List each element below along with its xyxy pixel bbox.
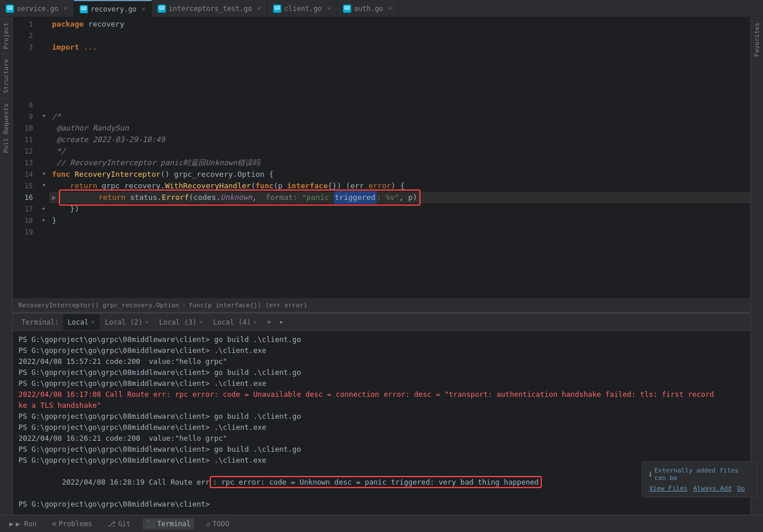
git-button[interactable]: ⎇ Git bbox=[104, 518, 134, 530]
code-line-18: } bbox=[49, 215, 750, 226]
code-line-11: @create 2022-03-29-10:49 bbox=[49, 134, 750, 146]
line-num-5 bbox=[13, 65, 33, 76]
notification-title: ℹ Externally added files can be bbox=[649, 467, 750, 482]
breadcrumb: RecoveryInterceptor() grpc_recovery.Opti… bbox=[13, 298, 750, 312]
terminal-label: Terminal: bbox=[18, 314, 62, 331]
line-num-15: 15 bbox=[13, 180, 33, 192]
side-tab-pull-requests[interactable]: Pull Requests bbox=[1, 98, 12, 158]
terminal-tab-local2[interactable]: Local (2) × bbox=[101, 314, 154, 330]
gutter-8 bbox=[39, 98, 49, 110]
gutter-17[interactable]: ▸ bbox=[39, 202, 49, 214]
code-line-16: ▶ return status.Errorf(codes.Unknown, fo… bbox=[49, 192, 750, 203]
line-numbers: 1 2 3 8 9 10 11 12 13 14 15 16 17 18 19 bbox=[13, 17, 39, 298]
code-line-7 bbox=[49, 88, 750, 99]
terminal-tab-local4[interactable]: Local (4) × bbox=[209, 314, 262, 330]
gutter-18[interactable]: ▸ bbox=[39, 214, 49, 225]
run-label: ▶ Run bbox=[16, 520, 36, 528]
terminal-line-11: PS G:\goproject\go\grpc\08middleware\cli… bbox=[18, 444, 745, 455]
tab-recovery-label: recovery.go bbox=[91, 5, 136, 13]
go-file-icon-client: GO bbox=[273, 5, 281, 13]
line-num-1: 1 bbox=[13, 18, 33, 30]
gutter-15[interactable]: ▾ bbox=[39, 179, 49, 191]
gutter-9[interactable]: ▾ bbox=[39, 110, 49, 121]
gutter-3 bbox=[39, 40, 49, 52]
gutter-10 bbox=[39, 121, 49, 133]
line-num-19: 19 bbox=[13, 226, 33, 238]
todo-button[interactable]: ☑ TODO bbox=[203, 518, 233, 530]
terminal-line-13: 2022/04/08 16:28:19 Call Route err: rpc … bbox=[18, 466, 745, 498]
terminal-label: Terminal bbox=[157, 520, 191, 528]
code-line-8 bbox=[49, 99, 750, 111]
terminal-dropdown[interactable]: ▾ bbox=[277, 316, 286, 329]
terminal-tabs: Terminal: Local × Local (2) × Local (3) … bbox=[13, 314, 750, 331]
line-num-2: 2 bbox=[13, 30, 33, 42]
tab-recovery[interactable]: GO recovery.go × bbox=[74, 0, 152, 17]
gutter-19 bbox=[39, 225, 49, 237]
tab-interceptors-close[interactable]: × bbox=[257, 5, 261, 12]
notification-text: Externally added files can be bbox=[654, 467, 750, 482]
problems-button[interactable]: ⊘ Problems bbox=[49, 518, 95, 530]
go-file-icon-interceptors: GO bbox=[158, 5, 166, 13]
code-line-5 bbox=[49, 65, 750, 76]
do-link[interactable]: Do bbox=[737, 485, 745, 492]
terminal-tab-local3[interactable]: Local (3) × bbox=[154, 314, 207, 330]
terminal-line-3: 2022/04/08 15:57:21 code:200 value:"hell… bbox=[18, 356, 745, 367]
terminal-tab-local3-close[interactable]: × bbox=[199, 318, 203, 326]
side-tab-structure[interactable]: Structure bbox=[1, 54, 12, 98]
code-content[interactable]: package recovery import ... /* bbox=[49, 17, 750, 298]
code-line-6 bbox=[49, 76, 750, 88]
gutter-7 bbox=[39, 87, 49, 98]
terminal-tab-local3-label: Local (3) bbox=[159, 318, 196, 326]
terminal-add-button[interactable]: + bbox=[263, 316, 276, 329]
gutter-14[interactable]: ▾ bbox=[39, 168, 49, 179]
terminal-tab-local2-close[interactable]: × bbox=[145, 318, 149, 326]
tab-auth[interactable]: GO auth.go × bbox=[337, 0, 399, 17]
problems-label: Problems bbox=[59, 520, 92, 528]
bottom-panel: Terminal: Local × Local (2) × Local (3) … bbox=[13, 312, 750, 515]
gutter-1 bbox=[39, 17, 49, 29]
always-add-link[interactable]: Always Add bbox=[693, 485, 731, 492]
side-tab-favorites[interactable]: Favorites bbox=[751, 17, 762, 62]
info-icon: ℹ bbox=[649, 471, 652, 478]
gutter-4 bbox=[39, 52, 49, 64]
todo-icon: ☑ bbox=[206, 520, 210, 528]
run-button[interactable]: ▶ ▶ Run bbox=[6, 518, 40, 530]
problems-icon: ⊘ bbox=[52, 520, 56, 528]
tab-recovery-close[interactable]: × bbox=[142, 5, 146, 13]
notification: ℹ Externally added files can be View Fil… bbox=[642, 462, 757, 497]
tab-client-label: client.go bbox=[284, 5, 322, 13]
gutter-13 bbox=[39, 156, 49, 168]
line-num-13: 13 bbox=[13, 157, 33, 169]
code-line-2 bbox=[49, 30, 750, 42]
tab-service[interactable]: GO service.go × bbox=[0, 0, 74, 17]
line-num-17: 17 bbox=[13, 203, 33, 215]
line-num-7 bbox=[13, 88, 33, 99]
terminal-button[interactable]: ⬛ Terminal bbox=[143, 518, 194, 530]
red-box-highlight: return status.Errorf(codes.Unknown, form… bbox=[59, 189, 421, 206]
gutter-5 bbox=[39, 64, 49, 75]
notification-links: View Files Always Add Do bbox=[649, 485, 750, 492]
code-line-19 bbox=[49, 226, 750, 238]
terminal-tab-local1[interactable]: Local × bbox=[63, 314, 99, 330]
go-file-icon-auth: GO bbox=[343, 5, 351, 13]
terminal-tab-local4-close[interactable]: × bbox=[253, 318, 257, 326]
tab-client[interactable]: GO client.go × bbox=[267, 0, 337, 17]
gutter-12 bbox=[39, 144, 49, 156]
terminal-line-8: PS G:\goproject\go\grpc\08middleware\cli… bbox=[18, 411, 745, 422]
side-tab-project[interactable]: Project bbox=[1, 17, 12, 54]
terminal-content[interactable]: PS G:\goproject\go\grpc\08middleware\cli… bbox=[13, 331, 750, 515]
code-line-4 bbox=[49, 53, 750, 65]
terminal-line-1: PS G:\goproject\go\grpc\08middleware\cli… bbox=[18, 334, 745, 345]
right-side-tabs: Favorites bbox=[750, 17, 763, 515]
terminal-line-5: PS G:\goproject\go\grpc\08middleware\cli… bbox=[18, 378, 745, 389]
tab-client-close[interactable]: × bbox=[327, 5, 331, 12]
tab-interceptors[interactable]: GO interceptors_test.go × bbox=[152, 0, 267, 17]
tab-service-close[interactable]: × bbox=[64, 5, 68, 12]
view-files-link[interactable]: View Files bbox=[649, 485, 687, 492]
code-editor[interactable]: 1 2 3 8 9 10 11 12 13 14 15 16 17 18 19 bbox=[13, 17, 750, 298]
code-line-14: func RecoveryInterceptor() grpc_recovery… bbox=[49, 169, 750, 180]
tab-auth-close[interactable]: × bbox=[388, 5, 392, 12]
line-num-3: 3 bbox=[13, 42, 33, 53]
terminal-error-highlight: : rpc error: code = Unknown desc = panic… bbox=[210, 476, 541, 488]
terminal-tab-local1-close[interactable]: × bbox=[91, 318, 95, 326]
